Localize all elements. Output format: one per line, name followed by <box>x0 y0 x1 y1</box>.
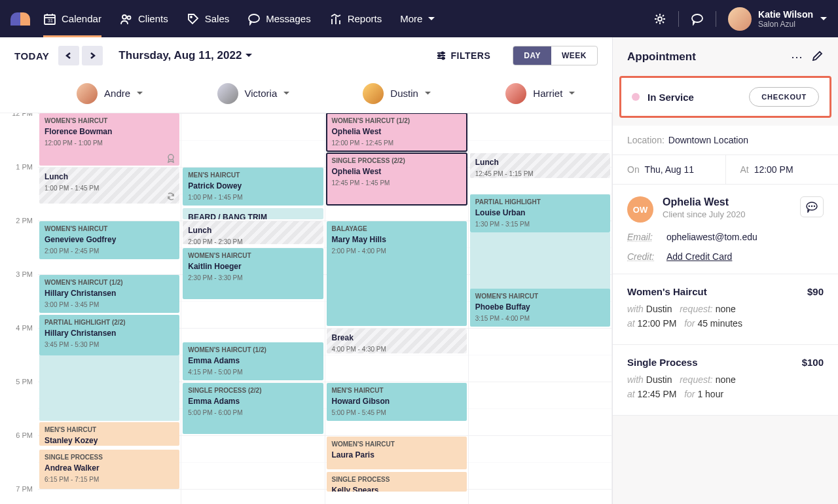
add-credit-card-link[interactable]: Add Credit Card <box>666 251 732 262</box>
appointment-event[interactable]: WOMEN'S HAIRCUT (1/2)Hillary Christansen… <box>39 275 179 313</box>
sales-icon <box>187 12 200 26</box>
appointment-event[interactable]: WOMEN'S HAIRCUTGenevieve Godfrey2:00 PM … <box>39 221 179 259</box>
nav-reports[interactable]: Reports <box>329 12 382 26</box>
time-label: 1 PM <box>16 163 33 171</box>
svg-point-13 <box>692 14 702 22</box>
time-label: 4 PM <box>16 324 33 332</box>
nav-messages[interactable]: Messages <box>247 12 310 26</box>
client-section: OW Ophelia West Client since July 2020 E… <box>613 185 838 274</box>
nav-more[interactable]: More <box>400 12 435 26</box>
gear-icon[interactable] <box>653 12 666 26</box>
svg-point-8 <box>249 14 259 22</box>
datetime-row: On Thu, Aug 11 At 12:00 PM <box>613 155 838 185</box>
credit-label: Credit: <box>627 251 666 262</box>
prev-button[interactable] <box>58 46 79 65</box>
appointment-event[interactable]: MEN'S HAIRCUTHoward Gibson5:00 PM - 5:45… <box>327 383 467 421</box>
clients-icon <box>120 12 133 26</box>
chevron-down-icon <box>246 52 252 59</box>
svg-point-24 <box>814 206 815 207</box>
staff-column-dustin[interactable]: Dustin <box>325 74 469 113</box>
view-day[interactable]: DAY <box>513 46 551 65</box>
messages-icon <box>247 12 261 26</box>
avatar <box>217 83 238 104</box>
today-button[interactable]: TODAY <box>14 50 49 62</box>
column-victoria[interactable]: MEN'S HAIRCUTPatrick Dowey1:00 PM - 1:45… <box>181 113 325 504</box>
client-avatar: OW <box>627 196 653 223</box>
staff-name: Harriet <box>533 88 562 99</box>
appointment-event[interactable]: SINGLE PROCESS (2/2)Emma Adams5:00 PM - … <box>183 383 323 434</box>
appointment-event[interactable]: WOMEN'S HAIRCUTFlorence Bowman12:00 PM -… <box>39 113 179 166</box>
calendar-columns: WOMEN'S HAIRCUTFlorence Bowman12:00 PM -… <box>38 113 612 504</box>
appointment-event[interactable]: Lunch1:00 PM - 1:45 PM <box>39 168 179 204</box>
chevron-right-icon <box>88 52 96 60</box>
user-menu[interactable]: Katie Wilson Salon Azul <box>728 7 828 31</box>
appointment-event[interactable]: Break4:00 PM - 4:30 PM <box>327 329 467 353</box>
nav-sales[interactable]: Sales <box>187 12 230 26</box>
nav-label: Calendar <box>62 13 101 24</box>
appointment-event[interactable]: Lunch12:45 PM - 1:15 PM <box>470 153 610 178</box>
svg-point-6 <box>127 16 130 19</box>
appointment-event[interactable]: WOMEN'S HAIRCUT (1/2)Emma Adams4:15 PM -… <box>183 342 323 380</box>
service-item[interactable]: Women's Haircut$90with Dustin request: n… <box>613 274 838 345</box>
chevron-down-icon <box>137 90 143 96</box>
chat-icon <box>805 201 818 213</box>
time-label: 6 PM <box>16 431 33 439</box>
appointment-panel: Appointment ⋯ In Service CHECKOUT Locati… <box>613 37 838 504</box>
appointment-event[interactable]: SINGLE PROCESS (2/2)Ophelia West12:45 PM… <box>327 153 467 205</box>
next-button[interactable] <box>82 46 103 65</box>
more-icon[interactable]: ⋯ <box>791 50 803 64</box>
service-item[interactable]: Single Process$100with Dustin request: n… <box>613 345 838 416</box>
calendar-icon: 31 <box>43 12 56 26</box>
filters-button[interactable]: FILTERS <box>436 50 490 61</box>
appointment-event[interactable]: PARTIAL HIGHLIGHTLouise Urban1:30 PM - 3… <box>470 194 610 232</box>
avatar <box>77 83 98 104</box>
on-label: On <box>627 164 640 175</box>
appointment-event[interactable]: Lunch2:00 PM - 2:30 PM <box>183 221 323 244</box>
staff-column-victoria[interactable]: Victoria <box>181 74 325 113</box>
location-value: Downtown Location <box>668 135 748 145</box>
nav-label: More <box>400 13 422 24</box>
date-picker[interactable]: Thursday, Aug 11, 2022 <box>118 49 252 62</box>
appointment-event[interactable]: SINGLE PROCESSKelly Spears <box>327 472 467 492</box>
nav-label: Messages <box>266 13 310 24</box>
nav-clients[interactable]: Clients <box>120 12 168 26</box>
appointment-event[interactable]: PARTIAL HIGHLIGHT (2/2)Hillary Christans… <box>39 315 179 355</box>
appointment-event[interactable]: WOMEN'S HAIRCUTPhoebe Buffay3:15 PM - 4:… <box>470 289 610 327</box>
staff-column-harriet[interactable]: Harriet <box>469 74 612 113</box>
award-icon <box>166 154 175 163</box>
staff-column-andre[interactable]: Andre <box>38 74 181 113</box>
appointment-event[interactable]: WOMEN'S HAIRCUTLaura Paris <box>327 437 467 469</box>
appointment-event[interactable]: MEN'S HAIRCUTStanley Kozey <box>39 422 179 446</box>
status-box: In Service CHECKOUT <box>619 76 831 118</box>
panel-header: Appointment ⋯ <box>613 37 838 76</box>
appointment-event[interactable]: SINGLE PROCESSAndrea Walker6:15 PM - 7:1… <box>39 450 179 489</box>
appointment-event[interactable]: MEN'S HAIRCUTPatrick Dowey1:00 PM - 1:45… <box>183 168 323 206</box>
panel-title: Appointment <box>627 50 782 63</box>
column-andre[interactable]: WOMEN'S HAIRCUTFlorence Bowman12:00 PM -… <box>38 113 181 504</box>
svg-point-20 <box>168 154 173 160</box>
time-label: 5 PM <box>16 378 33 386</box>
column-dustin[interactable]: WOMEN'S HAIRCUT (1/2)Ophelia West12:00 P… <box>325 113 469 504</box>
appointment-event[interactable]: WOMEN'S HAIRCUT (1/2)Ophelia West12:00 P… <box>327 113 467 151</box>
avatar <box>728 7 752 31</box>
message-client-button[interactable] <box>800 196 824 217</box>
chevron-down-icon <box>425 90 431 96</box>
chevron-down-icon <box>569 90 575 96</box>
column-harriet[interactable]: Lunch12:45 PM - 1:15 PMPARTIAL HIGHLIGHT… <box>469 113 612 504</box>
edit-icon[interactable] <box>812 49 824 64</box>
app-logo[interactable] <box>10 12 30 26</box>
nav-calendar[interactable]: 31 Calendar <box>43 12 101 26</box>
chat-icon[interactable] <box>691 12 704 26</box>
time-label: 3 PM <box>16 270 33 278</box>
checkout-button[interactable]: CHECKOUT <box>749 87 819 107</box>
view-week[interactable]: WEEK <box>551 46 597 65</box>
nav-label: Clients <box>138 13 168 24</box>
service-name: Single Process <box>627 357 698 368</box>
staff-name: Victoria <box>245 88 278 99</box>
appointment-event[interactable]: BEARD / BANG TRIM <box>183 208 323 219</box>
at-value: 12:00 PM <box>754 164 793 175</box>
svg-point-12 <box>658 17 662 21</box>
appointment-event[interactable]: BALAYAGEMary May Hills2:00 PM - 4:00 PM <box>327 221 467 326</box>
on-value: Thu, Aug 11 <box>645 164 695 175</box>
appointment-event[interactable]: WOMEN'S HAIRCUTKaitlin Hoeger2:30 PM - 3… <box>183 248 323 299</box>
